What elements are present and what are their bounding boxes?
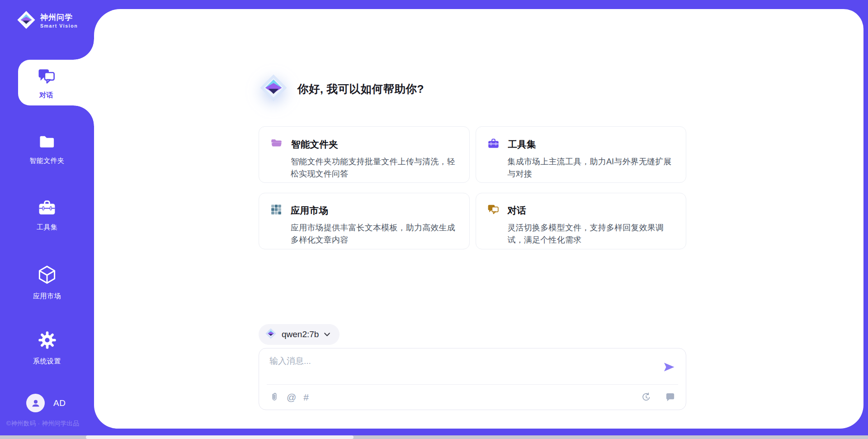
user-account[interactable]: AD [26,394,66,412]
sidebar-item-toolset[interactable]: 工具集 [0,198,94,232]
model-selector[interactable]: qwen2:7b [259,324,340,345]
avatar [26,394,45,412]
card-description: 集成市场上主流工具，助力AI与外界无缝扩展与对接 [508,156,675,180]
chat-bubbles-icon [487,204,499,217]
brand-diamond-icon [16,10,36,32]
sidebar-item-app-market[interactable]: 应用市场 [0,264,94,301]
quick-chat-icon[interactable] [665,392,675,402]
card-description: 应用市场提供丰富长文本模板，助力高效生成多样化文章内容 [291,222,458,246]
mention-icon[interactable]: @ [287,392,296,402]
card-description: 灵活切换多模型文件，支持多样回复效果调试，满足个性化需求 [508,222,675,246]
sidebar-item-label: 系统设置 [33,357,61,366]
person-icon [30,397,42,409]
tab-fillet-bottom [74,105,94,126]
sidebar-item-settings[interactable]: 系统设置 [0,330,94,366]
brand: 神州问学 Smart Vision [16,10,78,32]
chat-bubbles-icon [37,67,56,87]
card-app-market[interactable]: 应用市场 应用市场提供丰富长文本模板，助力高效生成多样化文章内容 [259,193,470,249]
folder-icon [38,134,56,152]
greeting-title: 你好, 我可以如何帮助你? [297,81,424,96]
message-input[interactable] [259,348,652,383]
user-name: AD [53,398,66,408]
content-column: 你好, 我可以如何帮助你? 智能文件夹 智能文件夹功能支持批量文件上 [259,9,686,429]
attach-icon[interactable] [269,392,279,402]
sidebar-item-label: 工具集 [37,223,58,232]
send-button[interactable] [662,360,676,374]
cube-icon [38,264,57,287]
greeting: 你好, 我可以如何帮助你? [259,73,424,105]
sidebar-item-label: 应用市场 [33,292,61,301]
card-title: 对话 [508,204,527,217]
app-background: 你好, 我可以如何帮助你? 智能文件夹 智能文件夹功能支持批量文件上 [0,0,868,439]
gear-icon [37,330,57,352]
card-title: 智能文件夹 [291,138,338,151]
sidebar-item-label: 对话 [39,91,53,100]
history-icon[interactable] [641,392,651,402]
main-panel: 你好, 我可以如何帮助你? 智能文件夹 智能文件夹功能支持批量文件上 [94,9,863,429]
feature-cards: 智能文件夹 智能文件夹功能支持批量文件上传与清洗，轻松实现文件问答 [259,126,686,249]
card-chat[interactable]: 对话 灵活切换多模型文件，支持多样回复效果调试，满足个性化需求 [476,193,687,249]
sidebar-item-smart-folder[interactable]: 智能文件夹 [0,134,94,165]
tab-fillet-top [74,39,94,60]
app-grid-icon [270,204,282,217]
briefcase-icon [38,198,57,218]
sidebar-item-label: 智能文件夹 [29,157,65,165]
hash-icon[interactable]: # [303,392,309,402]
model-name: qwen2:7b [282,329,319,339]
footer-copyright: ©神州数码 · 神州问学出品 [6,420,79,428]
brand-diamond-icon [259,73,288,105]
composer: @ # [259,348,686,410]
open-folder-icon [270,137,283,151]
toolbox-icon [487,137,500,151]
card-description: 智能文件夹功能支持批量文件上传与清洗，轻松实现文件问答 [291,156,458,180]
chevron-down-icon [324,330,330,339]
sidebar-item-chat[interactable]: 对话 [18,60,94,105]
card-smart-folder[interactable]: 智能文件夹 智能文件夹功能支持批量文件上传与清洗，轻松实现文件问答 [259,126,470,183]
card-toolset[interactable]: 工具集 集成市场上主流工具，助力AI与外界无缝扩展与对接 [476,126,687,183]
card-title: 应用市场 [291,204,328,217]
card-title: 工具集 [508,138,536,151]
model-logo-icon [265,328,277,341]
send-icon [663,361,675,373]
brand-subtitle: Smart Vision [40,23,78,29]
horizontal-scrollbar[interactable] [0,435,868,439]
brand-title: 神州问学 [40,13,78,22]
scrollbar-thumb[interactable] [86,435,354,439]
